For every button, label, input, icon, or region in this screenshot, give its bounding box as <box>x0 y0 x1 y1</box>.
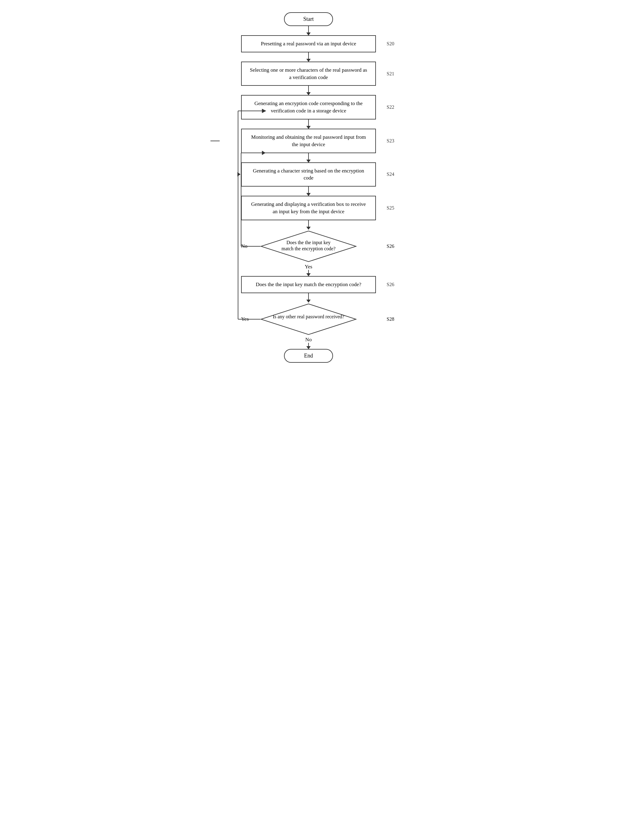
s25-label: S25 <box>387 205 394 211</box>
s26-diamond-row: No Does the the input key match the encr… <box>217 229 400 263</box>
s26-label: S26 <box>387 244 394 249</box>
s28-wrapper: Yes Is any other real password received?… <box>217 303 400 349</box>
s28-diamond: Is any other real password received? <box>260 303 357 336</box>
s24-label: S24 <box>387 171 394 177</box>
s25-text: Generating and displaying a verification… <box>251 201 366 214</box>
flowchart-container: Start Presetting a real password via an … <box>201 12 416 363</box>
s21-text: Selecting one or more characters of the … <box>250 67 367 80</box>
s25-row: Generating and displaying a verification… <box>217 196 400 220</box>
s26-wrapper: No Does the the input key match the encr… <box>217 229 400 276</box>
start-terminal: Start <box>284 12 333 26</box>
s23-box: Monitoring and obtaining the real passwo… <box>241 128 376 153</box>
s21-box: Selecting one or more characters of the … <box>241 62 376 86</box>
s27-text: Does the the input key match the encrypt… <box>256 282 362 287</box>
svg-text:Is any other real password rec: Is any other real password received? <box>273 314 344 319</box>
s20-text: Presetting a real password via an input … <box>261 41 356 47</box>
svg-text:Does the the input key: Does the the input key <box>286 240 331 245</box>
s24-left-arrow <box>238 172 241 176</box>
s27-box: Does the the input key match the encrypt… <box>241 276 376 293</box>
s22-row: Generating an encryption code correspond… <box>217 95 400 120</box>
s20-row: Presetting a real password via an input … <box>217 35 400 52</box>
end-terminal: End <box>284 349 333 363</box>
s24-text: Generating a character string based on t… <box>253 168 364 181</box>
s27-label: S26 <box>387 282 394 287</box>
start-label: Start <box>303 16 314 22</box>
s20-box: Presetting a real password via an input … <box>241 35 376 52</box>
s25-box: Generating and displaying a verification… <box>241 196 376 220</box>
s23-wrapper: Monitoring and obtaining the real passwo… <box>217 128 400 153</box>
s28-no-branch: No <box>306 336 312 349</box>
start-row: Start <box>217 12 400 26</box>
s24-row: Generating a character string based on t… <box>217 162 400 187</box>
s27-row: Does the the input key match the encrypt… <box>217 276 400 293</box>
s23-label: S23 <box>387 138 394 144</box>
s26-diamond: Does the the input key match the encrypt… <box>260 229 357 263</box>
end-label: End <box>304 353 313 359</box>
s28-yes-label: Yes <box>241 316 249 322</box>
s22-text: Generating an encryption code correspond… <box>254 100 362 114</box>
s23-text: Monitoring and obtaining the real passwo… <box>251 134 366 148</box>
s26-yes-branch: Yes <box>305 263 313 276</box>
s22-label: S22 <box>387 105 394 110</box>
s24-box: Generating a character string based on t… <box>241 162 376 187</box>
svg-text:match the encryption code?: match the encryption code? <box>282 246 335 251</box>
s20-label: S20 <box>387 41 394 47</box>
s28-no-label: No <box>306 337 312 343</box>
s26-yes-label: Yes <box>305 264 313 270</box>
end-row: End <box>217 349 400 363</box>
s28-label: S28 <box>387 316 394 322</box>
s21-label: S21 <box>387 71 394 77</box>
s22-box: Generating an encryption code correspond… <box>241 95 376 120</box>
s24-wrapper: Generating a character string based on t… <box>217 162 400 187</box>
s21-row: Selecting one or more characters of the … <box>217 62 400 86</box>
s26-no-label: No <box>241 243 248 249</box>
s28-diamond-row: Yes Is any other real password received?… <box>217 303 400 336</box>
s23-row: Monitoring and obtaining the real passwo… <box>217 128 400 153</box>
svg-marker-9 <box>261 304 356 335</box>
